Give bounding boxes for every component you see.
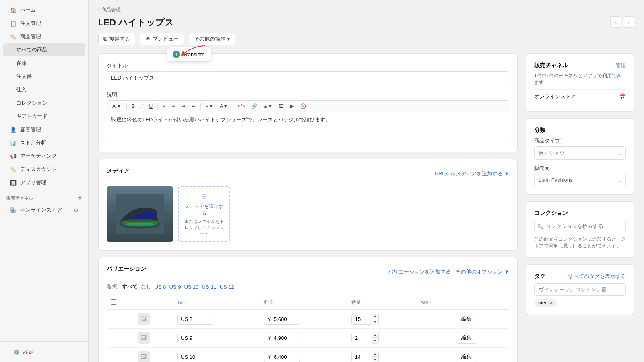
prev-button[interactable]: ‹: [610, 16, 621, 28]
copy-button[interactable]: ⧉ 複製する: [98, 33, 135, 45]
row2-qty-up[interactable]: ▲: [372, 332, 378, 338]
filter-none[interactable]: なし: [141, 283, 151, 290]
row2-edit-button[interactable]: 編集: [456, 332, 477, 344]
toolbar-ol[interactable]: ≡: [169, 102, 178, 110]
toolbar-outdent[interactable]: ⇤: [189, 102, 198, 110]
toolbar-clear[interactable]: 🚫: [297, 102, 309, 110]
sidebar-item-customers[interactable]: 👤 顧客管理: [3, 123, 85, 136]
add-url-link[interactable]: URLからメディアを追加する ▼: [435, 170, 510, 177]
collection-search[interactable]: [534, 220, 626, 232]
table-row: 🖼 ▲ ▼: [107, 348, 509, 362]
sidebar-item-home[interactable]: 🏠 ホーム: [3, 4, 85, 16]
discounts-icon: 🏷️: [10, 166, 17, 173]
row1-qty-up[interactable]: ▲: [372, 313, 378, 319]
row2-checkbox[interactable]: [111, 335, 116, 340]
classification-title: 分類: [534, 127, 545, 134]
more-options-link[interactable]: その他のオプション ▼: [456, 268, 509, 276]
row1-title[interactable]: [177, 314, 213, 325]
toolbar-italic[interactable]: I: [138, 102, 145, 110]
toolbar-link[interactable]: 🔗: [248, 102, 260, 110]
sidebar: 🏠 ホーム 📋 注文管理 🏷️ 商品管理 すべての商品 在庫 注文書 仕入: [0, 0, 89, 362]
sidebar-item-marketing[interactable]: 📢 マーケティング: [3, 150, 85, 162]
select-all-checkbox[interactable]: [111, 299, 116, 305]
row2-title[interactable]: [177, 333, 213, 343]
filter-us12[interactable]: US 12: [220, 284, 234, 290]
row1-checkbox[interactable]: [111, 316, 116, 321]
channel-name: オンラインストア: [534, 93, 576, 100]
product-type-input[interactable]: [534, 146, 626, 160]
sidebar-item-online-store[interactable]: 🏪 オンラインストア ⚙: [3, 204, 85, 216]
channels-section: 販売チャネル +: [0, 189, 88, 203]
filter-us10[interactable]: US 10: [184, 284, 198, 290]
editor-toolbar: A ▼ B I U ≡ ≡ ⇥ ⇤ ≡▼ A▼ </>: [107, 100, 509, 112]
translate-dropdown[interactable]: T Translate: [167, 47, 211, 62]
sidebar-item-apps[interactable]: 🔲 アプリ管理: [3, 176, 85, 189]
upload-text: メディアを追加する: [183, 203, 225, 217]
tag-input[interactable]: [534, 283, 626, 296]
row1-qty-down[interactable]: ▼: [372, 319, 378, 325]
row2-qty[interactable]: [351, 333, 372, 343]
sidebar-item-analytics[interactable]: 📊 ストア分析: [3, 136, 85, 149]
add-variation-link[interactable]: バリエーションを追加する: [388, 268, 451, 276]
toolbar-image[interactable]: 🖼: [276, 102, 287, 110]
row1-price[interactable]: [264, 314, 300, 325]
row1-edit-button[interactable]: 編集: [456, 313, 477, 325]
sales-channel-card: 販売チャネル 管理 1件中1件のチャネルとアプリで利用できます オンラインストア…: [526, 53, 634, 112]
toolbar-bold[interactable]: B: [129, 102, 138, 110]
separator-3: [200, 103, 201, 110]
media-upload-area[interactable]: ⊕ メディアを追加する またはファイルをドロップしてアップロード: [178, 186, 230, 242]
settings-channel-icon[interactable]: ⚙: [74, 207, 78, 213]
variations-table: Title 料金 数量 SKU 🖼: [107, 296, 509, 362]
tag-men-label: men: [538, 300, 547, 306]
tag-men-remove[interactable]: ✕: [549, 300, 553, 306]
collection-card: コレクション この商品をコレクションに追加すると、ストアで簡単に見つけることがで…: [526, 201, 634, 258]
toolbar-video[interactable]: ▶: [287, 102, 297, 110]
next-button[interactable]: ›: [623, 16, 634, 28]
title-input[interactable]: [107, 71, 509, 84]
filter-all[interactable]: すべて: [122, 283, 138, 290]
shoe-svg: [116, 194, 164, 234]
row3-qty[interactable]: [351, 352, 372, 362]
preview-button[interactable]: 👁 プレビュー: [140, 33, 184, 45]
filter-us9[interactable]: US 9: [169, 284, 181, 290]
toolbar-font[interactable]: A ▼: [109, 102, 124, 110]
row1-qty[interactable]: [351, 314, 372, 325]
row3-checkbox[interactable]: [111, 354, 116, 359]
sidebar-item-collections[interactable]: コレクション: [3, 97, 85, 109]
row3-title[interactable]: [177, 352, 213, 362]
products-icon: 🏷️: [10, 33, 17, 40]
toolbar-indent[interactable]: ⇥: [178, 102, 188, 110]
sidebar-item-discounts[interactable]: 🏷️ ディスカウント: [3, 163, 85, 176]
row2-qty-down[interactable]: ▼: [372, 338, 378, 343]
more-actions-button[interactable]: その他の操作 ▾: [189, 33, 235, 45]
vendor-select[interactable]: Liam Fashions: [534, 174, 626, 186]
row3-qty-up[interactable]: ▲: [372, 351, 378, 357]
row3-price[interactable]: [264, 352, 300, 362]
manage-link[interactable]: 管理: [615, 62, 626, 69]
sidebar-item-gift-cards[interactable]: ギフトカード: [3, 110, 85, 123]
toolbar-ul[interactable]: ≡: [160, 102, 168, 110]
sidebar-item-products[interactable]: 🏷️ 商品管理: [3, 30, 85, 43]
description-editor[interactable]: 靴底に緑色のLEDライトが付いた黒いハイトップシューズで、レースとバックルで結び…: [107, 112, 509, 144]
sidebar-item-purchase[interactable]: 仕入: [3, 83, 85, 96]
filter-us11[interactable]: US 11: [202, 284, 217, 290]
toolbar-table[interactable]: ⊞▼: [261, 102, 275, 110]
filter-us8[interactable]: US 8: [155, 284, 166, 290]
sidebar-item-inventory[interactable]: 在庫: [3, 57, 85, 70]
sidebar-item-orders[interactable]: 📋 注文管理: [3, 17, 85, 30]
toolbar-code[interactable]: </>: [235, 102, 248, 110]
sidebar-item-settings[interactable]: ⚙️ 設定: [6, 346, 82, 358]
toolbar-align[interactable]: ≡▼: [203, 102, 216, 110]
sidebar-item-order-forms[interactable]: 注文書: [3, 70, 85, 83]
show-all-tags-link[interactable]: すべてのタグを表示する: [568, 273, 626, 280]
toolbar-color[interactable]: A▼: [217, 102, 231, 110]
separator-2: [157, 103, 158, 110]
row3-edit-button[interactable]: 編集: [456, 351, 477, 362]
toolbar-underline[interactable]: U: [147, 102, 156, 110]
row2-price[interactable]: [264, 333, 300, 343]
add-channel-icon[interactable]: +: [78, 194, 82, 202]
analytics-icon: 📊: [10, 139, 17, 146]
sidebar-item-all-products[interactable]: すべての商品: [3, 43, 85, 56]
row3-qty-down[interactable]: ▼: [372, 357, 378, 362]
calendar-icon[interactable]: 📅: [619, 93, 626, 100]
